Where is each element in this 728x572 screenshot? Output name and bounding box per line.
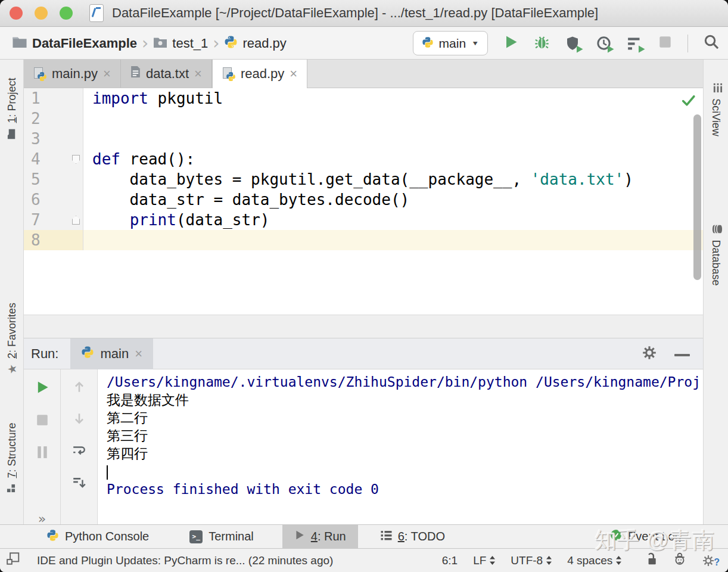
encoding-widget[interactable]: UTF-8	[511, 554, 552, 567]
run-button[interactable]	[503, 35, 518, 52]
sidebar-item-favorites[interactable]: ★ 2: Favorites	[0, 288, 24, 389]
pycharm-window: DataFileExample [~/Project/DataFileExamp…	[0, 0, 728, 572]
search-everywhere-icon[interactable]	[704, 34, 720, 52]
document-proxy-icon	[89, 4, 104, 22]
python-file-icon	[224, 35, 238, 51]
updown-icon	[490, 556, 495, 565]
text-file-icon	[130, 66, 141, 82]
code-line: 3	[24, 129, 703, 149]
run-panel-header: Run: main ×	[24, 338, 703, 369]
status-widgets: 6:1 LF UTF-8 4 spaces ?	[442, 552, 720, 569]
tool-button-run[interactable]: 4: Run	[282, 525, 358, 549]
tab-main-py[interactable]: main.py ×	[24, 60, 121, 88]
indent-widget[interactable]: 4 spaces	[567, 554, 621, 567]
tool-button-terminal[interactable]: >_ Terminal	[178, 525, 266, 549]
updown-icon	[546, 556, 552, 565]
status-bar: IDE and Plugin Updates: PyCharm is re...…	[0, 548, 728, 572]
tool-button-todo[interactable]: 6: TODO	[369, 525, 457, 549]
tool-button-event-log[interactable]: Event Log	[598, 525, 693, 549]
traffic-lights	[10, 7, 73, 20]
status-message[interactable]: IDE and Plugin Updates: PyCharm is re...…	[37, 554, 333, 567]
caret-position-widget[interactable]: 6:1	[442, 554, 458, 567]
line-number: 4	[24, 149, 83, 169]
line-number: 5	[24, 169, 83, 189]
navigation-bar: DataFileExample › test_1 › read.py main …	[0, 27, 728, 60]
fold-marker-icon[interactable]	[72, 216, 80, 225]
hide-panel-icon[interactable]	[674, 349, 690, 359]
code-line: 4 def read():	[24, 149, 703, 169]
stop-button[interactable]	[658, 35, 672, 51]
breadcrumb-file[interactable]: read.py	[242, 36, 286, 51]
run-tool-icon	[294, 530, 305, 543]
profile-button[interactable]	[596, 36, 612, 51]
gear-question-icon[interactable]: ?	[702, 554, 720, 568]
text-caret	[107, 465, 108, 480]
console-output-line: 第四行	[107, 444, 703, 462]
line-number: 3	[24, 129, 83, 149]
toolbar-separator	[687, 35, 688, 52]
code-editor[interactable]: 1 import pkgutil 2 3 4 def read(): 5 dat…	[24, 88, 703, 315]
run-toolbar-left: »	[24, 369, 61, 524]
editor-scrollbar[interactable]	[693, 114, 701, 280]
run-panel-body: » »	[24, 369, 703, 524]
debug-button[interactable]	[534, 34, 550, 52]
minimize-window-button[interactable]	[35, 7, 48, 20]
python-icon	[81, 346, 94, 362]
line-number: 6	[24, 189, 83, 210]
code-line: 5 data_bytes = pkgutil.get_data(__packag…	[24, 169, 703, 189]
pause-output-button[interactable]	[36, 446, 48, 461]
sciview-icon	[710, 83, 723, 93]
close-icon[interactable]: ×	[103, 67, 111, 80]
line-number: 1	[24, 88, 83, 108]
folder-dot-icon	[153, 36, 167, 51]
tab-read-py[interactable]: read.py ×	[212, 60, 307, 88]
breadcrumb-directory[interactable]: test_1	[172, 36, 208, 51]
run-toolbar: main ▼	[413, 31, 720, 55]
close-icon[interactable]: ×	[290, 67, 297, 80]
tool-button-python-console[interactable]: Python Console	[35, 525, 161, 549]
sidebar-item-database[interactable]: Database	[704, 204, 728, 306]
run-with-coverage-button[interactable]	[565, 36, 581, 51]
close-icon[interactable]: ×	[194, 67, 202, 80]
inspections-ok-icon	[681, 93, 696, 110]
zoom-window-button[interactable]	[60, 7, 73, 20]
toggle-toolwindows-icon[interactable]	[6, 552, 20, 569]
up-arrow-icon[interactable]	[73, 380, 86, 396]
code-line: 2	[24, 108, 703, 129]
left-tool-window-bar: 1: Project ★ 2: Favorites 7: Structure	[0, 60, 24, 524]
tab-data-txt[interactable]: data.txt ×	[121, 60, 212, 88]
right-tool-window-bar: SciView Database	[703, 60, 728, 524]
down-arrow-icon[interactable]	[73, 412, 86, 428]
run-console[interactable]: /Users/kingname/.virtualenvs/ZhihuSpider…	[98, 369, 703, 524]
gear-icon[interactable]	[642, 346, 657, 362]
close-icon[interactable]: ×	[135, 347, 142, 360]
title-bar: DataFileExample [~/Project/DataFileExamp…	[0, 0, 728, 27]
close-window-button[interactable]	[10, 7, 23, 20]
rerun-button[interactable]	[35, 380, 49, 397]
editor-bottom-strip	[24, 315, 703, 338]
line-number: 2	[24, 108, 83, 129]
python-icon	[46, 529, 59, 545]
console-exit-message: Process finished with exit code 0	[107, 480, 703, 498]
run-tab-main[interactable]: main ×	[70, 338, 153, 369]
console-caret-line	[107, 462, 703, 480]
lock-open-icon[interactable]	[645, 552, 657, 568]
project-folder-icon	[6, 129, 18, 139]
breadcrumb-project[interactable]: DataFileExample	[32, 36, 137, 51]
sidebar-item-project[interactable]: 1: Project	[0, 58, 24, 159]
run-tool-window: Run: main ×	[24, 338, 703, 524]
structure-icon	[6, 484, 18, 493]
fold-marker-icon[interactable]	[72, 155, 80, 164]
sidebar-item-sciview[interactable]: SciView	[704, 59, 728, 160]
scroll-to-end-icon[interactable]	[72, 477, 86, 492]
soft-wrap-icon[interactable]	[72, 444, 86, 460]
run-concurrency-button[interactable]	[627, 36, 643, 51]
folder-icon	[12, 36, 27, 51]
line-separator-widget[interactable]: LF	[473, 554, 495, 567]
stop-process-button[interactable]	[36, 414, 49, 429]
highlighting-level-icon[interactable]	[673, 552, 687, 569]
python-file-icon	[33, 67, 46, 80]
chevron-down-icon: ▼	[471, 40, 479, 47]
run-configuration-selector[interactable]: main ▼	[413, 31, 488, 55]
sidebar-item-structure[interactable]: 7: Structure	[0, 407, 24, 508]
